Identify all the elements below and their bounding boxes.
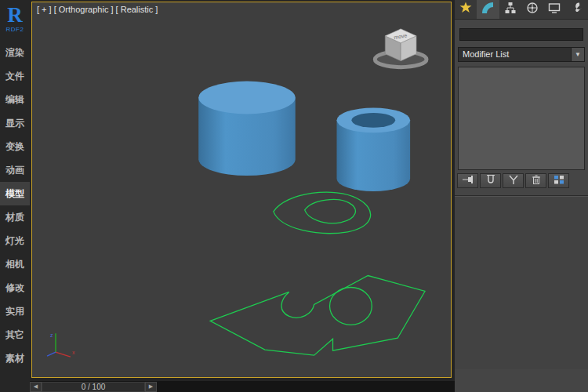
axis-z-label: z [50,332,53,338]
logo-letter: R [0,4,30,26]
object-name-input[interactable] [459,28,583,41]
viewport-area: [ + ] [ Orthographic ] [ Realistic ] [30,0,455,381]
panel-rollout-area [455,197,588,369]
sidebar-item-transform[interactable]: 变换 [0,135,30,158]
sidebar-item-animation[interactable]: 动画 [0,158,30,182]
show-end-result-button[interactable] [480,173,501,188]
modifier-list-dropdown[interactable]: Modifier List ▼ [458,47,585,62]
tab-motion[interactable] [521,0,543,19]
create-icon [459,2,472,17]
chevron-down-icon[interactable]: ▼ [571,47,585,62]
app-logo: R RDF2 [0,4,30,33]
pin-stack-button[interactable] [457,173,478,188]
axis-x-label: x [72,350,75,355]
show-end-result-icon [485,174,497,188]
sidebar-item-modify[interactable]: 修改 [0,276,30,299]
tab-display[interactable] [543,0,565,19]
remove-modifier-button[interactable] [525,173,546,188]
current-frame-label: 0 / 100 [82,383,106,391]
sidebar-menu: 渲染 文件 编辑 显示 变换 动画 模型 材质 灯光 相机 修改 实用 其它 素… [0,41,30,370]
axis-gizmo: z x [47,332,75,357]
left-sidebar: R RDF2 渲染 文件 编辑 显示 变换 动画 模型 材质 灯光 相机 修改 … [0,0,30,392]
modify-icon [481,2,494,17]
logo-subtitle: RDF2 [0,26,30,33]
display-icon [548,2,561,17]
object-name-row [455,20,588,41]
modifier-stack-list[interactable] [458,67,585,170]
sidebar-item-light[interactable]: 灯光 [0,229,30,252]
app-window: { "logo": { "letter": "R", "subtitle": "… [0,0,588,392]
make-unique-icon [507,174,520,188]
configure-modifier-sets-button[interactable] [548,173,569,188]
time-slider-bar: ◀ 0 / 100 ▶ [30,381,455,392]
utilities-icon [571,2,583,17]
sidebar-item-edit[interactable]: 编辑 [0,88,30,111]
motion-icon [526,2,539,17]
viewport-label[interactable]: [ + ] [ Orthographic ] [ Realistic ] [37,5,158,14]
tab-utilities[interactable] [566,0,588,19]
configure-modifier-sets-icon [553,174,565,188]
sidebar-item-render[interactable]: 渲染 [0,41,30,64]
tab-modify[interactable] [477,0,499,19]
modifier-list-label: Modifier List [458,47,571,62]
viewport[interactable]: [ + ] [ Orthographic ] [ Realistic ] [31,2,452,378]
sidebar-item-camera[interactable]: 相机 [0,252,30,276]
time-slider-track[interactable]: 0 / 100 [42,382,145,392]
viewport-scene[interactable]: z x move [32,2,451,377]
sidebar-item-utility[interactable]: 实用 [0,299,30,323]
command-panel-tabs [455,0,588,20]
sidebar-item-model[interactable]: 模型 [0,182,30,205]
sidebar-item-material[interactable]: 材质 [0,205,30,229]
cylinder-object[interactable] [198,82,295,176]
viewcube[interactable]: move [375,29,426,67]
teardrop-spline[interactable] [274,192,371,233]
tab-create[interactable] [455,0,477,19]
tube-object[interactable] [336,107,410,191]
remove-modifier-icon [530,174,543,188]
previous-frame-button[interactable]: ◀ [30,382,42,392]
sidebar-item-display[interactable]: 显示 [0,111,30,135]
command-panel: Modifier List ▼ [455,0,588,392]
hierarchy-icon [504,2,517,17]
modifier-stack-toolbar [457,173,586,188]
sidebar-item-other[interactable]: 其它 [0,323,30,347]
next-frame-button[interactable]: ▶ [145,382,157,392]
plate-spline[interactable] [210,276,425,356]
make-unique-button[interactable] [503,173,524,188]
pin-stack-icon [462,174,474,188]
tab-hierarchy[interactable] [499,0,521,19]
sidebar-item-file[interactable]: 文件 [0,64,30,88]
sidebar-item-assets[interactable]: 素材 [0,347,30,370]
